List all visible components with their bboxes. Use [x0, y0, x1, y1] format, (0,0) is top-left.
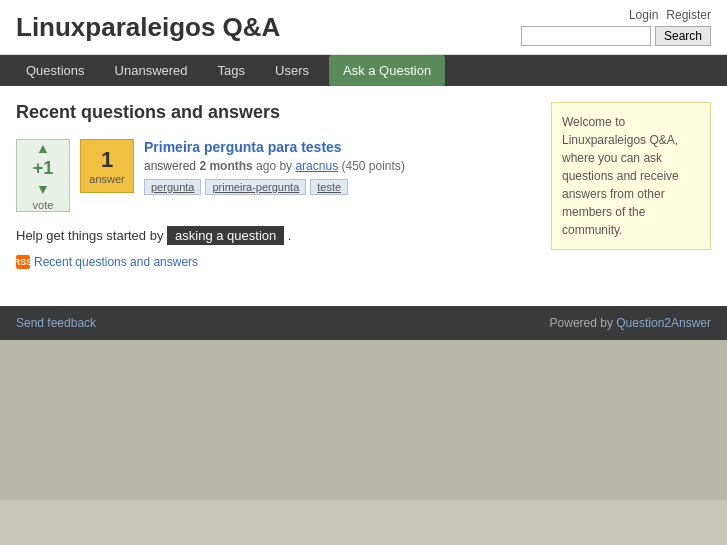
rss-row: RSS Recent questions and answers [16, 255, 535, 269]
sidebar: Welcome to Linuxparaleigos Q&A, where yo… [551, 102, 711, 290]
page-heading: Recent questions and answers [16, 102, 535, 123]
help-text: Help get things started by asking a ques… [16, 228, 535, 243]
asking-question-link[interactable]: asking a question [167, 226, 284, 245]
question-title: Primeira pergunta para testes [144, 139, 535, 155]
rss-link[interactable]: Recent questions and answers [34, 255, 198, 269]
search-button[interactable]: Search [655, 26, 711, 46]
search-input[interactable] [521, 26, 651, 46]
question-details: Primeira pergunta para testes answered 2… [144, 139, 535, 195]
footer: Send feedback Powered by Question2Answer [0, 306, 727, 340]
tags-row: pergunta primeira-pergunta teste [144, 179, 535, 195]
content-area: Recent questions and answers ▲ +1 ▼ vote… [16, 102, 535, 290]
question-username[interactable]: aracnus [295, 159, 338, 173]
question-item: ▲ +1 ▼ vote 1 answer Primeira pergunta p… [16, 139, 535, 212]
vote-label: vote [33, 199, 54, 211]
nav-tags[interactable]: Tags [204, 55, 259, 86]
answer-count: 1 [101, 147, 113, 173]
question2answer-link[interactable]: Question2Answer [616, 316, 711, 330]
vote-up-icon[interactable]: ▲ [36, 140, 50, 156]
tag-pergunta[interactable]: pergunta [144, 179, 201, 195]
nav-users[interactable]: Users [261, 55, 323, 86]
main-content: Recent questions and answers ▲ +1 ▼ vote… [0, 86, 727, 306]
answer-box: 1 answer [80, 139, 134, 193]
vote-down-icon[interactable]: ▼ [36, 181, 50, 197]
question-age-prefix: ago by [256, 159, 292, 173]
header-links: Login Register [629, 8, 711, 22]
question-age: 2 months [199, 159, 252, 173]
header: Linuxparaleigos Q&A Login Register Searc… [0, 0, 727, 55]
tag-teste[interactable]: teste [310, 179, 348, 195]
navbar: Questions Unanswered Tags Users Ask a Qu… [0, 55, 727, 86]
nav-unanswered[interactable]: Unanswered [101, 55, 202, 86]
bottom-area [0, 340, 727, 500]
answer-label: answer [89, 173, 124, 185]
question-points: 450 points [345, 159, 400, 173]
question-meta: answered 2 months ago by aracnus (450 po… [144, 159, 535, 173]
login-link[interactable]: Login [629, 8, 658, 22]
question-title-link[interactable]: Primeira pergunta para testes [144, 139, 342, 155]
footer-powered-prefix: Powered by [550, 316, 613, 330]
help-text-suffix: . [288, 228, 292, 243]
send-feedback-link[interactable]: Send feedback [16, 316, 96, 330]
tag-primeira-pergunta[interactable]: primeira-pergunta [205, 179, 306, 195]
sidebar-welcome-text: Welcome to Linuxparaleigos Q&A, where yo… [562, 115, 679, 237]
help-text-prefix: Help get things started by [16, 228, 163, 243]
site-title[interactable]: Linuxparaleigos Q&A [16, 12, 280, 43]
nav-ask[interactable]: Ask a Question [329, 55, 445, 86]
vote-count: +1 [33, 158, 54, 179]
register-link[interactable]: Register [666, 8, 711, 22]
search-form: Search [521, 26, 711, 46]
nav-questions[interactable]: Questions [12, 55, 99, 86]
rss-icon: RSS [16, 255, 30, 269]
sidebar-welcome-box: Welcome to Linuxparaleigos Q&A, where yo… [551, 102, 711, 250]
footer-powered: Powered by Question2Answer [550, 316, 711, 330]
question-status: answered [144, 159, 196, 173]
vote-box: ▲ +1 ▼ vote [16, 139, 70, 212]
header-right: Login Register Search [521, 8, 711, 46]
